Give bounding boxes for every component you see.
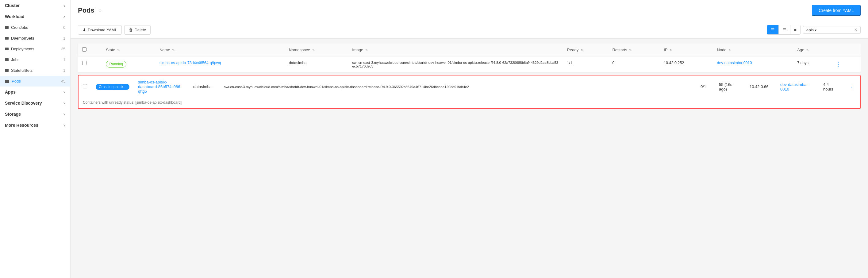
col-restarts[interactable]: Restarts ⇅ bbox=[608, 43, 659, 57]
search-input[interactable] bbox=[806, 28, 852, 32]
apps-chevron: ∨ bbox=[63, 91, 65, 94]
row1-more-button[interactable]: ⋮ bbox=[834, 61, 842, 67]
row2-name-link[interactable]: simba-os-apisix-dashboard-86b574c986-qft… bbox=[138, 80, 182, 94]
create-from-yaml-button[interactable]: Create from YAML bbox=[812, 5, 861, 16]
state-sort-icon: ⇅ bbox=[117, 49, 120, 52]
row1-checkbox[interactable] bbox=[82, 61, 87, 65]
pods-table: State ⇅ Name ⇅ Namespace ⇅ Image ⇅ Ready… bbox=[78, 43, 861, 72]
card-view-icon: ☰ bbox=[782, 27, 786, 32]
page-title: Pods bbox=[78, 6, 94, 14]
image-sort-icon: ⇅ bbox=[365, 49, 368, 52]
storage-chevron: ∨ bbox=[63, 113, 65, 116]
col-image[interactable]: Image ⇅ bbox=[348, 43, 562, 57]
sidebar-item-daemonsets[interactable]: DaemonSets 1 bbox=[0, 33, 70, 43]
jobs-icon bbox=[5, 58, 8, 61]
table-header: State ⇅ Name ⇅ Namespace ⇅ Image ⇅ Ready… bbox=[78, 43, 861, 57]
pods-count: 45 bbox=[61, 79, 65, 84]
table-view-button[interactable]: ■ bbox=[790, 25, 800, 34]
row1-name-link[interactable]: simba-os-apisix-78d4c48564-q9pwq bbox=[159, 61, 221, 65]
row2-status-badge: Crashloopback... bbox=[96, 84, 129, 90]
row1-ready: 1/1 bbox=[563, 57, 608, 73]
download-icon: ⬇ bbox=[83, 28, 86, 32]
row1-status-badge: Running bbox=[106, 61, 126, 67]
row2-state: Crashloopback... bbox=[91, 75, 134, 98]
card-view-button[interactable]: ☰ bbox=[779, 25, 790, 34]
row2-more: ⋮ bbox=[843, 75, 860, 98]
crash-message-row: Containers with unready status: [simba-o… bbox=[79, 98, 860, 108]
col-actions bbox=[830, 43, 861, 57]
row1-ip: 10.42.0.252 bbox=[659, 57, 713, 73]
main-content: Pods ☆ Create from YAML ⬇ Download YAML … bbox=[70, 0, 868, 278]
cluster-chevron: ∨ bbox=[63, 4, 65, 7]
row2-ip: 10.42.0.66 bbox=[745, 75, 776, 98]
view-toggle: ☰ ☰ ■ bbox=[767, 25, 801, 35]
jobs-label: Jobs bbox=[11, 57, 19, 62]
sidebar-item-deployments[interactable]: Deployments 35 bbox=[0, 43, 70, 54]
row1-node-link[interactable]: dev-datasimba-0010 bbox=[717, 61, 752, 65]
row1-restarts: 0 bbox=[608, 57, 659, 73]
row2-checkbox[interactable] bbox=[83, 84, 87, 88]
row1-state: Running bbox=[101, 57, 155, 73]
col-namespace[interactable]: Namespace ⇅ bbox=[285, 43, 348, 57]
more-resources-chevron: ∨ bbox=[63, 124, 65, 127]
search-clear-icon[interactable]: ✕ bbox=[854, 28, 857, 32]
table-view-icon: ■ bbox=[794, 27, 797, 32]
row1-age: 7 days bbox=[793, 57, 830, 73]
col-node[interactable]: Node ⇅ bbox=[713, 43, 793, 57]
toolbar-right: ☰ ☰ ■ ✕ bbox=[767, 25, 861, 35]
col-state[interactable]: State ⇅ bbox=[101, 43, 155, 57]
col-checkbox bbox=[78, 43, 101, 57]
sidebar-section-storage[interactable]: Storage ∨ bbox=[0, 109, 70, 120]
row2-more-button[interactable]: ⋮ bbox=[848, 84, 856, 90]
main-header: Pods ☆ Create from YAML bbox=[70, 0, 868, 21]
namespace-sort-icon: ⇅ bbox=[312, 49, 315, 52]
col-name[interactable]: Name ⇅ bbox=[155, 43, 285, 57]
pods-icon bbox=[5, 80, 9, 83]
daemonsets-count: 1 bbox=[63, 36, 65, 40]
row2-name: simba-os-apisix-dashboard-86b574c986-qft… bbox=[134, 75, 189, 98]
sidebar-item-statefulsets[interactable]: StatefulSets 1 bbox=[0, 65, 70, 76]
sidebar-service-discovery-label: Service Discovery bbox=[5, 101, 42, 105]
search-box: ✕ bbox=[803, 26, 861, 34]
service-discovery-chevron: ∨ bbox=[63, 101, 65, 105]
delete-icon: 🗑 bbox=[129, 28, 133, 32]
daemonsets-label: DaemonSets bbox=[11, 36, 34, 40]
deployments-icon bbox=[5, 48, 8, 50]
row2-node-link[interactable]: dev-datasimba-0010 bbox=[780, 82, 808, 91]
row1-checkbox-cell bbox=[78, 57, 101, 73]
sidebar-section-workload[interactable]: Workload ∧ bbox=[0, 11, 70, 22]
sidebar-section-apps[interactable]: Apps ∨ bbox=[0, 87, 70, 98]
col-age[interactable]: Age ⇅ bbox=[793, 43, 830, 57]
table-row: Running simba-os-apisix-78d4c48564-q9pwq… bbox=[78, 57, 861, 73]
cronjobs-label: CronJobs bbox=[11, 25, 28, 30]
select-all-checkbox[interactable] bbox=[82, 47, 87, 52]
crash-message-text: Containers with unready status: [simba-o… bbox=[83, 100, 182, 105]
col-ready[interactable]: Ready ⇅ bbox=[563, 43, 608, 57]
delete-button[interactable]: 🗑 Delete bbox=[124, 25, 151, 35]
restarts-sort-icon: ⇅ bbox=[629, 49, 631, 52]
row1-more: ⋮ bbox=[830, 57, 861, 73]
row2-image: swr.cn-east-3.myhuaweicloud.com/simba/st… bbox=[220, 75, 696, 98]
crash-table: Crashloopback... simba-os-apisix-dashboa… bbox=[79, 75, 860, 108]
sidebar-more-resources-label: More Resources bbox=[5, 123, 38, 128]
ip-sort-icon: ⇅ bbox=[670, 49, 672, 52]
sidebar-workload-label: Workload bbox=[5, 14, 25, 19]
sidebar-section-more-resources[interactable]: More Resources ∨ bbox=[0, 120, 70, 131]
sidebar-item-jobs[interactable]: Jobs 1 bbox=[0, 54, 70, 65]
download-yaml-button[interactable]: ⬇ Download YAML bbox=[78, 25, 122, 35]
favorite-star-icon[interactable]: ☆ bbox=[97, 7, 102, 14]
sidebar-apps-label: Apps bbox=[5, 90, 16, 94]
workload-chevron: ∧ bbox=[63, 15, 65, 19]
sidebar-cluster-label: Cluster bbox=[5, 3, 20, 8]
row1-image: swr.cn-east-3.myhuaweicloud.com/simba/st… bbox=[348, 57, 562, 73]
sidebar-item-pods[interactable]: Pods 45 bbox=[0, 76, 70, 87]
sidebar-section-service-discovery[interactable]: Service Discovery ∨ bbox=[0, 98, 70, 109]
col-ip[interactable]: IP ⇅ bbox=[659, 43, 713, 57]
sidebar-item-cronjobs[interactable]: CronJobs 0 bbox=[0, 22, 70, 33]
list-view-button[interactable]: ☰ bbox=[767, 25, 779, 34]
row2-restarts: 55 (16s ago) bbox=[715, 75, 745, 98]
table-body: Running simba-os-apisix-78d4c48564-q9pwq… bbox=[78, 57, 861, 73]
sidebar-section-cluster[interactable]: Cluster ∨ bbox=[0, 0, 70, 11]
cronjobs-icon bbox=[5, 26, 8, 29]
crash-message-cell: Containers with unready status: [simba-o… bbox=[79, 98, 860, 108]
